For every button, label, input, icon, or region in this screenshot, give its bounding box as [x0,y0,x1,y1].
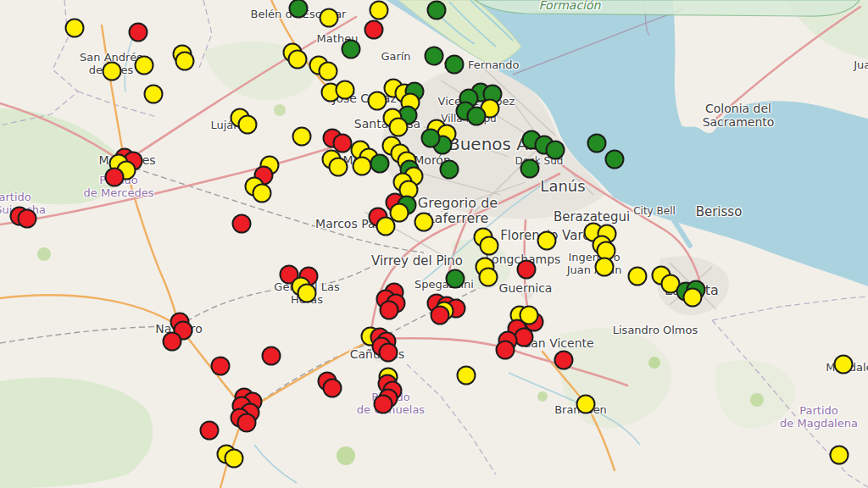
map-marker-yellow[interactable] [368,92,387,111]
map-marker-red[interactable] [431,306,450,325]
map-marker-yellow[interactable] [329,158,348,177]
map-marker-red[interactable] [232,214,252,234]
map-marker-red[interactable] [262,347,281,366]
map-marker-yellow[interactable] [65,19,85,38]
map-marker-yellow[interactable] [320,8,339,28]
map-marker-green[interactable] [520,159,540,179]
map-marker-green[interactable] [342,40,361,59]
map-marker-yellow[interactable] [457,366,476,385]
map-marker-yellow[interactable] [683,288,703,308]
map-marker-green[interactable] [289,0,309,19]
map-marker-red[interactable] [211,357,231,376]
map-marker-yellow[interactable] [319,62,338,81]
map-marker-yellow[interactable] [415,213,434,232]
map-marker-red[interactable] [105,168,125,187]
map-marker-yellow[interactable] [292,127,312,147]
map-marker-green[interactable] [546,141,565,160]
map-marker-yellow[interactable] [175,52,195,71]
map-marker-yellow[interactable] [353,157,372,176]
map-marker-yellow[interactable] [834,355,854,374]
map-marker-green[interactable] [445,55,465,75]
map-marker-yellow[interactable] [135,56,154,75]
map-marker-yellow[interactable] [253,184,272,203]
map-marker-yellow[interactable] [336,80,355,100]
map-marker-yellow[interactable] [144,85,164,104]
map-marker-green[interactable] [421,129,441,148]
map-marker-yellow[interactable] [576,395,596,414]
map-markers-layer [0,0,868,488]
map-marker-yellow[interactable] [595,258,615,277]
map-marker-green[interactable] [467,107,487,126]
map-marker-red[interactable] [18,209,37,229]
map-marker-yellow[interactable] [830,446,849,465]
map-marker-red[interactable] [364,20,384,40]
map-marker-red[interactable] [517,260,537,280]
map-marker-yellow[interactable] [537,231,557,251]
map-marker-yellow[interactable] [225,449,244,469]
map-marker-yellow[interactable] [298,284,317,303]
map-marker-green[interactable] [605,150,625,169]
map-marker-yellow[interactable] [389,118,409,137]
map-marker-red[interactable] [374,395,393,414]
map-canvas[interactable]: Belén de EscobarMatheuGarínSan FernandoJ… [0,0,868,488]
map-marker-red[interactable] [163,332,182,352]
map-marker-yellow[interactable] [370,1,389,20]
map-marker-red[interactable] [496,341,515,360]
map-marker-red[interactable] [200,421,220,441]
map-marker-red[interactable] [380,301,399,320]
map-marker-red[interactable] [237,413,257,433]
map-marker-red[interactable] [129,23,148,42]
map-marker-red[interactable] [379,343,398,363]
map-marker-yellow[interactable] [480,236,499,256]
map-marker-green[interactable] [370,154,390,174]
map-marker-red[interactable] [323,379,342,398]
map-marker-red[interactable] [554,351,574,370]
map-marker-yellow[interactable] [628,267,648,286]
map-marker-yellow[interactable] [238,115,258,135]
map-marker-yellow[interactable] [103,62,122,81]
map-marker-yellow[interactable] [376,217,396,236]
map-marker-green[interactable] [440,160,459,180]
map-marker-yellow[interactable] [288,50,308,69]
map-marker-green[interactable] [446,269,465,289]
map-marker-green[interactable] [427,1,447,20]
map-marker-yellow[interactable] [479,268,498,287]
map-marker-green[interactable] [425,47,444,66]
map-marker-green[interactable] [587,134,607,153]
